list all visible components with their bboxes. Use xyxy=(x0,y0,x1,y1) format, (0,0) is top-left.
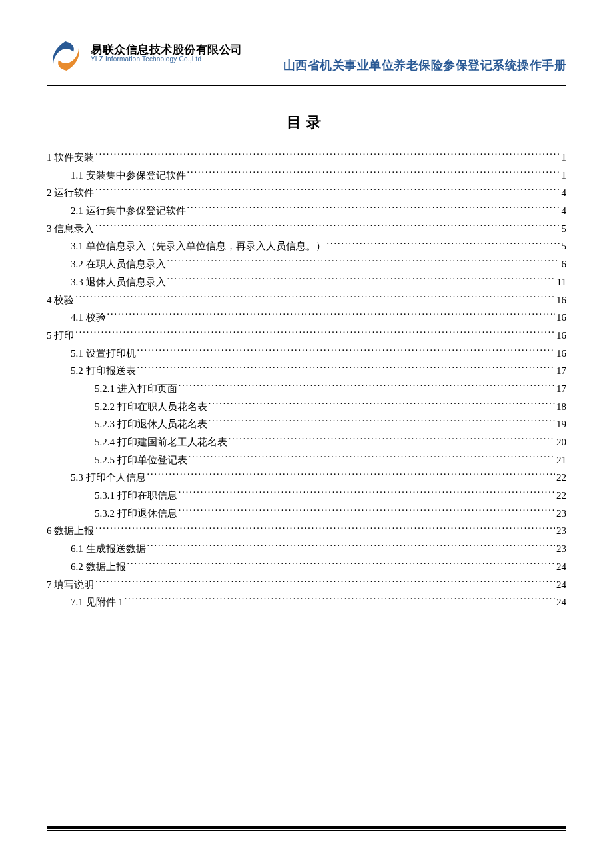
table-of-contents: 1 软件安装11.1 安装集中参保登记软件12 运行软件42.1 运行集中参保登… xyxy=(47,149,566,611)
toc-leader-dots xyxy=(95,151,560,161)
toc-leader-dots xyxy=(127,560,556,570)
toc-entry-page: 20 xyxy=(556,433,566,451)
toc-entry-page: 16 xyxy=(556,309,566,327)
toc-entry-label: 5.2.2 打印在职人员花名表 xyxy=(95,398,207,416)
toc-entry: 3.1 单位信息录入（先录入单位信息，再录入人员信息。）5 xyxy=(47,237,566,255)
toc-leader-dots xyxy=(209,400,555,410)
toc-entry: 5.2.1 进入打印页面17 xyxy=(47,380,566,398)
toc-entry-page: 24 xyxy=(556,558,566,576)
toc-entry: 1 软件安装1 xyxy=(47,149,566,167)
toc-leader-dots xyxy=(137,347,556,357)
toc-entry-page: 23 xyxy=(556,540,566,558)
toc-leader-dots xyxy=(95,578,555,588)
toc-entry-page: 24 xyxy=(556,576,566,594)
toc-entry-label: 4 校验 xyxy=(47,291,74,309)
toc-entry-label: 1 软件安装 xyxy=(47,149,94,167)
toc-leader-dots xyxy=(75,329,555,339)
toc-entry: 7 填写说明24 xyxy=(47,576,566,594)
footer-divider xyxy=(47,826,566,831)
toc-entry-label: 5.2.4 打印建国前老工人花名表 xyxy=(95,433,227,451)
toc-entry-page: 16 xyxy=(556,345,566,363)
toc-leader-dots xyxy=(147,471,556,481)
toc-entry: 5.3.2 打印退休信息23 xyxy=(47,505,566,523)
toc-leader-dots xyxy=(229,435,555,445)
toc-entry-page: 16 xyxy=(556,291,566,309)
toc-leader-dots xyxy=(107,311,556,321)
toc-leader-dots xyxy=(125,595,555,605)
toc-entry-page: 4 xyxy=(562,202,567,220)
toc-entry-label: 5.2.5 打印单位登记表 xyxy=(95,451,187,469)
toc-leader-dots xyxy=(95,186,560,196)
toc-entry: 3 信息录入5 xyxy=(47,220,566,238)
toc-entry-label: 3.2 在职人员信息录入 xyxy=(71,255,166,273)
toc-entry-page: 1 xyxy=(562,149,567,167)
toc-entry: 3.2 在职人员信息录入6 xyxy=(47,255,566,273)
toc-entry-label: 2 运行软件 xyxy=(47,184,94,202)
toc-entry-page: 5 xyxy=(562,237,567,255)
toc-entry-label: 2.1 运行集中参保登记软件 xyxy=(71,202,186,220)
toc-leader-dots xyxy=(189,453,555,463)
toc-entry-label: 6 数据上报 xyxy=(47,522,94,540)
toc-entry-label: 3 信息录入 xyxy=(47,220,94,238)
toc-entry: 3.3 退休人员信息录入11 xyxy=(47,273,566,291)
company-name-en: YLZ Information Technology Co.,Ltd xyxy=(91,56,243,63)
toc-entry-page: 16 xyxy=(556,327,566,345)
footer-rule-thick xyxy=(47,826,566,829)
company-name-cn: 易联众信息技术股份有限公司 xyxy=(91,44,243,56)
toc-entry-page: 1 xyxy=(562,167,567,185)
toc-entry-label: 6.2 数据上报 xyxy=(71,558,126,576)
toc-entry-page: 21 xyxy=(556,451,566,469)
toc-leader-dots xyxy=(75,293,555,303)
toc-entry-label: 7 填写说明 xyxy=(47,576,94,594)
toc-entry-label: 5.3 打印个人信息 xyxy=(71,469,146,487)
toc-entry-page: 5 xyxy=(562,220,567,238)
toc-entry-page: 24 xyxy=(556,593,566,611)
toc-leader-dots xyxy=(179,507,555,517)
toc-entry-page: 4 xyxy=(562,184,567,202)
toc-leader-dots xyxy=(137,364,556,374)
toc-entry-page: 6 xyxy=(562,255,567,273)
toc-entry-page: 11 xyxy=(557,273,566,291)
toc-leader-dots xyxy=(95,524,555,534)
toc-entry-label: 5.2 打印报送表 xyxy=(71,362,136,380)
toc-entry-label: 3.1 单位信息录入（先录入单位信息，再录入人员信息。） xyxy=(71,237,326,255)
page-header: 易联众信息技术股份有限公司 YLZ Information Technology… xyxy=(47,37,566,80)
toc-leader-dots xyxy=(187,204,560,214)
toc-entry-label: 7.1 见附件 1 xyxy=(71,593,123,611)
toc-entry: 5.2 打印报送表17 xyxy=(47,362,566,380)
toc-entry-label: 3.3 退休人员信息录入 xyxy=(71,273,166,291)
toc-entry: 5.2.3 打印退休人员花名表19 xyxy=(47,415,566,433)
toc-entry: 2.1 运行集中参保登记软件4 xyxy=(47,202,566,220)
toc-entry: 7.1 见附件 124 xyxy=(47,593,566,611)
toc-entry-label: 6.1 生成报送数据 xyxy=(71,540,146,558)
toc-entry: 5.2.4 打印建国前老工人花名表20 xyxy=(47,433,566,451)
toc-entry: 5.2.5 打印单位登记表21 xyxy=(47,451,566,469)
toc-entry: 6.1 生成报送数据23 xyxy=(47,540,566,558)
toc-entry-page: 18 xyxy=(556,398,566,416)
toc-leader-dots xyxy=(179,382,555,392)
toc-leader-dots xyxy=(327,239,560,249)
toc-entry: 5.3 打印个人信息22 xyxy=(47,469,566,487)
toc-entry-label: 5 打印 xyxy=(47,327,74,345)
toc-entry: 4 校验16 xyxy=(47,291,566,309)
toc-entry: 1.1 安装集中参保登记软件1 xyxy=(47,167,566,185)
toc-entry-page: 17 xyxy=(556,362,566,380)
document-title: 山西省机关事业单位养老保险参保登记系统操作手册 xyxy=(283,57,567,73)
document-page: 易联众信息技术股份有限公司 YLZ Information Technology… xyxy=(0,0,613,611)
toc-entry-label: 5.2.1 进入打印页面 xyxy=(95,380,177,398)
toc-entry: 5.2.2 打印在职人员花名表18 xyxy=(47,398,566,416)
toc-leader-dots xyxy=(167,275,556,285)
toc-entry: 6.2 数据上报24 xyxy=(47,558,566,576)
toc-leader-dots xyxy=(179,489,555,499)
toc-leader-dots xyxy=(95,222,560,232)
company-logo-icon xyxy=(47,37,85,77)
company-name-block: 易联众信息技术股份有限公司 YLZ Information Technology… xyxy=(91,44,243,63)
toc-entry-page: 22 xyxy=(556,469,566,487)
header-divider xyxy=(47,85,566,86)
toc-entry: 5 打印16 xyxy=(47,327,566,345)
toc-entry: 6 数据上报23 xyxy=(47,522,566,540)
toc-leader-dots xyxy=(167,257,560,267)
toc-entry-label: 4.1 校验 xyxy=(71,309,106,327)
toc-entry-label: 1.1 安装集中参保登记软件 xyxy=(71,167,186,185)
toc-entry-label: 5.3.1 打印在职信息 xyxy=(95,487,177,505)
